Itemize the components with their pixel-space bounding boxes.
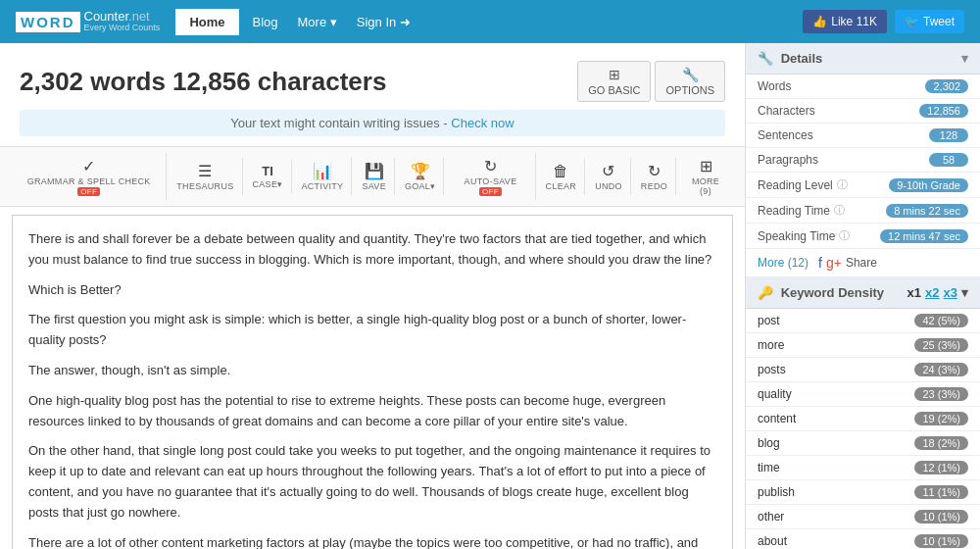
sentences-stat-row: Sentences 128 bbox=[746, 124, 980, 148]
editor-paragraph-6: On the other hand, that single long post… bbox=[28, 441, 716, 523]
editor-paragraph-5: One high-quality blog post has the poten… bbox=[28, 391, 716, 432]
case-button[interactable]: TI CASE▾ bbox=[245, 160, 292, 193]
thumbs-up-icon: 👍 bbox=[812, 15, 827, 28]
keyword-row: time 12 (1%) bbox=[746, 456, 980, 480]
reading-time-value: 8 mins 22 sec bbox=[886, 204, 968, 218]
grammar-spell-check-button[interactable]: ✓ GRAMMAR & SPELL CHECK OFF bbox=[12, 153, 167, 200]
words-stat-row: Words 2,302 bbox=[746, 75, 980, 99]
go-basic-button[interactable]: ⊞ GO BASIC bbox=[577, 61, 651, 102]
save-button[interactable]: 💾 SAVE bbox=[354, 158, 395, 195]
sentences-label: Sentences bbox=[758, 128, 813, 142]
case-icon: TI bbox=[262, 164, 273, 178]
nav-home-button[interactable]: Home bbox=[175, 9, 238, 35]
redo-icon: ↻ bbox=[648, 162, 661, 180]
keyword-value: 10 (1%) bbox=[914, 534, 968, 548]
auto-save-button[interactable]: ↻ AUTO-SAVE OFF bbox=[446, 153, 535, 200]
content-area: 2,302 words 12,856 characters ⊞ GO BASIC… bbox=[0, 43, 745, 549]
speaking-time-value: 12 mins 47 sec bbox=[880, 229, 968, 243]
wrench-icon: 🔧 bbox=[682, 67, 699, 82]
speaking-time-row: Speaking Time ⓘ 12 mins 47 sec bbox=[746, 224, 980, 249]
keyword-word: content bbox=[758, 412, 796, 425]
kd-tab-x3[interactable]: x3 bbox=[944, 285, 957, 300]
sidebar: 🔧 Details ▾ Words 2,302 Characters 12,85… bbox=[745, 43, 980, 549]
wrench-icon: 🔧 bbox=[758, 51, 773, 66]
redo-button[interactable]: ↻ REDO bbox=[633, 158, 676, 195]
keyword-value: 19 (2%) bbox=[914, 412, 968, 425]
thesaurus-button[interactable]: ☰ THESAURUS bbox=[169, 158, 242, 195]
activity-icon: 📊 bbox=[313, 162, 332, 180]
facebook-share-icon[interactable]: f bbox=[818, 255, 822, 271]
toolbar: ✓ GRAMMAR & SPELL CHECK OFF ☰ THESAURUS … bbox=[0, 147, 745, 207]
editor-paragraph-7: There are a lot of other content marketi… bbox=[28, 533, 716, 549]
more-button[interactable]: ⊞ MORE (9) bbox=[678, 153, 733, 200]
nav-more-link[interactable]: More ▾ bbox=[288, 9, 347, 35]
keyword-word: quality bbox=[758, 387, 792, 401]
clear-button[interactable]: 🗑 CLEAR bbox=[538, 159, 586, 195]
google-share-icon[interactable]: g+ bbox=[826, 255, 842, 271]
trash-icon: 🗑 bbox=[553, 163, 568, 180]
chevron-down-icon: ▾ bbox=[961, 285, 968, 300]
editor-paragraph-2: Which is Better? bbox=[28, 280, 716, 301]
logo: WORD Counter.net Every Word Counts bbox=[16, 10, 160, 33]
reading-level-value: 9-10th Grade bbox=[889, 178, 968, 192]
more-link[interactable]: More (12) bbox=[758, 256, 808, 270]
keyword-value: 42 (5%) bbox=[914, 314, 968, 327]
word-count-heading: 2,302 words 12,856 characters ⊞ GO BASIC… bbox=[20, 61, 725, 102]
info-icon: ⓘ bbox=[834, 203, 845, 218]
layout-icon: ⊞ bbox=[609, 67, 620, 82]
logo-word: WORD bbox=[16, 12, 80, 32]
reading-level-label: Reading Level ⓘ bbox=[758, 177, 848, 192]
keyword-row: post 42 (5%) bbox=[746, 309, 980, 333]
keyword-word: more bbox=[758, 338, 784, 352]
undo-icon: ↺ bbox=[602, 162, 614, 180]
activity-button[interactable]: 📊 ACTIVITY bbox=[294, 158, 353, 195]
key-icon: 🔑 bbox=[758, 285, 773, 300]
details-header-label: 🔧 Details bbox=[758, 51, 822, 66]
header-right: 👍 Like 11K 🐦 Tweet bbox=[803, 10, 964, 33]
details-header: 🔧 Details ▾ bbox=[746, 43, 980, 75]
thesaurus-icon: ☰ bbox=[198, 162, 212, 180]
keyword-word: time bbox=[758, 461, 780, 474]
keyword-density-header: 🔑 Keyword Density x1 x2 x3 ▾ bbox=[746, 277, 980, 309]
logo-counter: Counter.net Every Word Counts bbox=[84, 10, 161, 33]
check-now-link[interactable]: Check now bbox=[451, 116, 514, 130]
keyword-word: posts bbox=[758, 363, 786, 376]
kd-tab-x1[interactable]: x1 bbox=[907, 285, 921, 300]
keyword-row: other 10 (1%) bbox=[746, 505, 980, 529]
twitter-icon: 🐦 bbox=[905, 15, 919, 28]
nav-signin-link[interactable]: Sign In ➜ bbox=[347, 9, 420, 35]
paragraphs-stat-row: Paragraphs 58 bbox=[746, 148, 980, 173]
kd-tab-x2[interactable]: x2 bbox=[925, 285, 939, 300]
text-editor[interactable]: There is and shall forever be a debate b… bbox=[12, 215, 733, 549]
keyword-density-label: 🔑 Keyword Density bbox=[758, 285, 884, 300]
reading-time-label: Reading Time ⓘ bbox=[758, 203, 845, 218]
undo-button[interactable]: ↺ UNDO bbox=[587, 158, 631, 195]
reading-level-row: Reading Level ⓘ 9-10th Grade bbox=[746, 173, 980, 198]
autosave-icon: ↻ bbox=[484, 157, 497, 175]
keyword-row: publish 11 (1%) bbox=[746, 480, 980, 505]
keyword-value: 25 (3%) bbox=[914, 338, 968, 352]
writing-issues-bar: Your text might contain writing issues -… bbox=[20, 110, 725, 136]
keyword-word: publish bbox=[758, 485, 795, 499]
characters-label: Characters bbox=[758, 104, 815, 118]
nav-blog-link[interactable]: Blog bbox=[243, 9, 288, 35]
goal-icon: 🏆 bbox=[411, 162, 430, 180]
facebook-like-button[interactable]: 👍 Like 11K bbox=[803, 10, 887, 33]
characters-value: 12,856 bbox=[919, 104, 968, 118]
options-button[interactable]: 🔧 OPTIONS bbox=[655, 61, 725, 102]
editor-paragraph-1: There is and shall forever be a debate b… bbox=[28, 229, 716, 271]
save-icon: 💾 bbox=[365, 162, 384, 180]
keyword-value: 24 (3%) bbox=[914, 363, 968, 376]
keyword-word: other bbox=[758, 510, 784, 524]
info-icon: ⓘ bbox=[837, 177, 848, 192]
tweet-button[interactable]: 🐦 Tweet bbox=[895, 10, 964, 33]
keyword-word: blog bbox=[758, 436, 780, 450]
speaking-time-label: Speaking Time ⓘ bbox=[758, 228, 850, 243]
grid-icon: ⊞ bbox=[700, 157, 712, 175]
goal-button[interactable]: 🏆 GOAL▾ bbox=[397, 158, 445, 195]
action-buttons: ⊞ GO BASIC 🔧 OPTIONS bbox=[577, 61, 725, 102]
keyword-word: post bbox=[758, 314, 780, 327]
sentences-value: 128 bbox=[929, 128, 968, 142]
keyword-value: 12 (1%) bbox=[914, 461, 968, 474]
keywords-list: post 42 (5%)more 25 (3%)posts 24 (3%)qua… bbox=[746, 309, 980, 549]
